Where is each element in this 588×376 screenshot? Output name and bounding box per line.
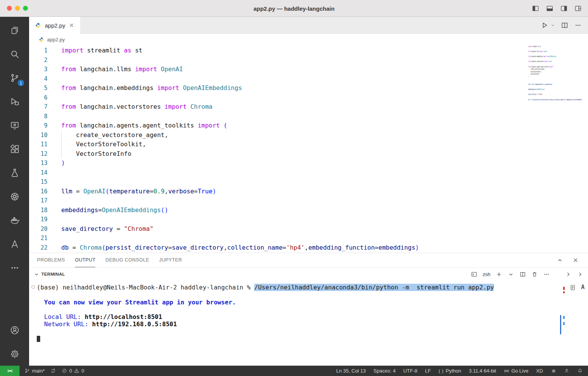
terminal-link[interactable]: http://localhost:8501 [85,313,162,320]
terminal-profiles-chevron-icon[interactable] [508,271,514,278]
activity-bar-item-testing[interactable] [0,161,29,185]
code-line-11[interactable]: 11 VectorStoreToolkit, [29,140,588,149]
code-line-16[interactable]: 16llm = OpenAI(temperature=0.9,verbose=T… [29,187,588,196]
code-line-19[interactable]: 19 [29,215,588,224]
editor-actions [541,17,588,33]
terminal-link[interactable]: http://192.168.0.5:8501 [92,320,177,328]
minimap[interactable]: import streamlit as stfrom langchain.llm… [528,45,582,172]
line-number: 6 [29,93,47,103]
run-options-chevron-icon[interactable] [550,23,555,28]
sync-changes-icon[interactable] [51,368,56,374]
activity-bar-item-search[interactable] [0,42,29,66]
panel-tab-debug-console[interactable]: DEBUG CONSOLE [105,253,149,267]
code-line-12[interactable]: 12 VectorStoreInfo [29,149,588,159]
code-line-14[interactable]: 14 [29,168,588,178]
collapse-terminal-chevron-icon[interactable] [34,271,39,277]
launch-profile-icon[interactable] [471,271,477,278]
customize-layout-icon[interactable] [574,5,582,12]
code-line-7[interactable]: 7from langchain.vectorstores import Chro… [29,102,588,112]
person-icon[interactable] [564,368,570,374]
xd-status[interactable]: XD [536,368,543,374]
activity-bar-item-manage[interactable] [0,342,29,366]
panel-nav-chevron-icon-2[interactable] [577,271,583,278]
problems-status[interactable]: 0 0 [62,368,84,374]
activity-bar-item-docker[interactable] [0,208,29,232]
terminal-section-header[interactable]: TERMINAL zsh [29,268,588,281]
split-terminal-icon[interactable] [519,271,526,278]
shell-name[interactable]: zsh [483,271,490,277]
activity-bar-item-kubernetes[interactable] [0,185,29,208]
code-editor[interactable]: 1import streamlit as st23from langchain.… [29,45,588,253]
panel-nav-chevron-icon[interactable] [565,271,572,278]
go-live-status[interactable]: Go Live [504,368,528,374]
maximize-panel-icon[interactable] [557,257,563,263]
code-line-1[interactable]: 1import streamlit as st [29,46,588,56]
line-number: 22 [29,243,47,253]
editor-tab-app2.py[interactable]: app2.py [29,17,81,34]
notifications-bell-icon[interactable] [577,368,583,374]
activity-bar-item-explorer[interactable] [0,18,29,42]
panel-tab-problems[interactable]: PROBLEMS [37,253,65,267]
remote-indicator[interactable]: >< [0,366,20,376]
code-line-3[interactable]: 3from langchain.llms import OpenAI [29,65,588,74]
language-mode-status[interactable]: { } Python [438,368,461,374]
code-line-9[interactable]: 9from langchain.agents.agent_toolkits im… [29,121,588,131]
new-terminal-icon[interactable] [496,271,502,278]
panel-tab-bar: PROBLEMSOUTPUTDEBUG CONSOLEJUPYTER [29,253,588,268]
run-python-file-icon[interactable] [541,21,549,29]
close-tab-icon[interactable] [69,22,75,28]
layout-controls [532,5,582,12]
line-text [47,177,61,187]
close-panel-icon[interactable] [572,257,579,263]
indentation-status[interactable]: Spaces: 4 [374,368,396,374]
activity-bar-item-source-control[interactable]: 1 [0,66,29,90]
bug-icon[interactable] [551,368,557,374]
code-line-2[interactable]: 2 [29,56,588,65]
encoding-status[interactable]: UTF-8 [403,368,417,374]
toggle-secondary-sidebar-icon[interactable] [560,5,568,12]
activity-bar-item-remote-explorer[interactable] [0,113,29,137]
activity-bar-item-azure[interactable] [0,232,29,256]
branch-status[interactable]: main* [24,368,45,374]
line-text [47,196,61,206]
code-line-10[interactable]: 10 create_vectorstore_agent, [29,131,588,140]
code-line-17[interactable]: 17 [29,196,588,206]
command-decoration-icon[interactable] [31,285,35,289]
toggle-panel-icon[interactable] [546,5,554,12]
line-number: 7 [29,102,47,112]
code-line-22[interactable]: 22db = Chroma(persist_directory=save_dir… [29,243,588,253]
code-line-4[interactable]: 4 [29,74,588,84]
python-interpreter-status[interactable]: 3.11.4 64-bit [469,368,496,374]
activity-bar-item-extensions[interactable] [0,137,29,161]
line-number: 20 [29,224,47,234]
eol-status[interactable]: LF [425,368,431,374]
code-line-21[interactable]: 21 [29,234,588,243]
activity-bar-item-accounts[interactable] [0,318,29,342]
line-text [47,112,61,121]
panel-tab-jupyter[interactable]: JUPYTER [159,253,182,267]
docker-icon [10,215,20,226]
activity-bar-item-additional-views[interactable] [0,256,29,280]
code-line-18[interactable]: 18embeddings=OpenAIEmbeddings() [29,206,588,215]
activity-bar-item-run-and-debug[interactable] [0,90,29,113]
beaker-icon [10,168,20,178]
code-line-8[interactable]: 8 [29,112,588,121]
toggle-primary-sidebar-icon[interactable] [532,5,539,12]
code-line-6[interactable]: 6 [29,93,588,103]
code-line-15[interactable]: 15 [29,177,588,187]
terminal-more-actions-icon[interactable] [543,271,550,278]
code-line-13[interactable]: 13) [29,159,588,168]
breadcrumb-file[interactable]: app2.py [47,37,65,43]
line-number: 4 [29,74,47,84]
breadcrumb[interactable]: app2.py [29,34,588,45]
kill-terminal-icon[interactable] [531,271,538,278]
split-editor-icon[interactable] [561,21,568,29]
line-text: from langchain.llms import OpenAI [47,65,183,74]
more-actions-icon[interactable] [574,21,582,29]
account-icon [10,325,20,335]
code-line-5[interactable]: 5from langchain.embeddings import OpenAI… [29,83,588,93]
terminal-content[interactable]: A (base) neilhaddley@Neils-MacBook-Air-2… [29,281,588,366]
code-line-20[interactable]: 20save_directory = "Chroma" [29,224,588,234]
panel-tab-output[interactable]: OUTPUT [75,253,96,267]
cursor-position-status[interactable]: Ln 35, Col 13 [336,368,366,374]
